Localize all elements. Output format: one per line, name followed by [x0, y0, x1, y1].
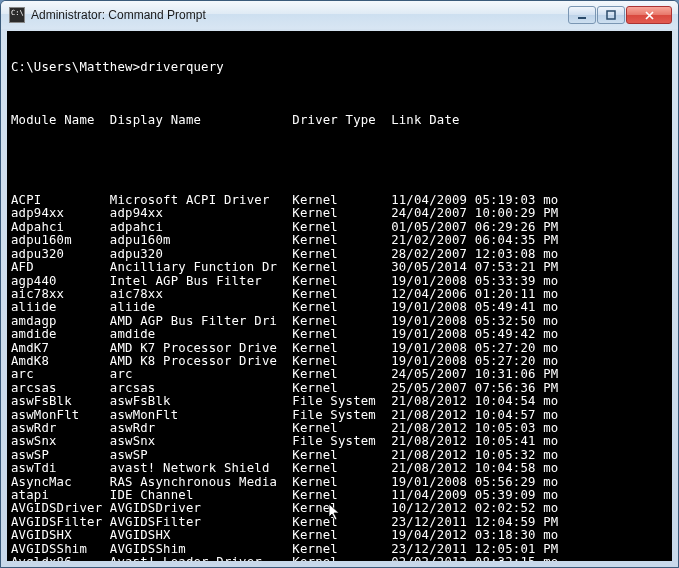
driver-row: aliide aliide Kernel 19/01/2008 05:49:41…: [11, 301, 668, 314]
driver-row: agp440 Intel AGP Bus Filter Kernel 19/01…: [11, 275, 668, 288]
driver-row: aswSP aswSP Kernel 21/08/2012 10:05:32 m…: [11, 449, 668, 462]
driver-row: aswRdr aswRdr Kernel 21/08/2012 10:05:03…: [11, 422, 668, 435]
maximize-button[interactable]: [597, 6, 625, 24]
driver-row: AVGIDSHX AVGIDSHX Kernel 19/04/2012 03:1…: [11, 529, 668, 542]
window-title: Administrator: Command Prompt: [31, 8, 568, 22]
cmd-icon: [9, 7, 25, 23]
driver-row: atapi IDE Channel Kernel 11/04/2009 05:3…: [11, 489, 668, 502]
driver-row: aswFsBlk aswFsBlk File System 21/08/2012…: [11, 395, 668, 408]
driver-row: AVGIDSDriver AVGIDSDriver Kernel 10/12/2…: [11, 502, 668, 515]
driver-row: adpu320 adpu320 Kernel 28/02/2007 12:03:…: [11, 248, 668, 261]
driver-row: aic78xx aic78xx Kernel 12/04/2006 01:20:…: [11, 288, 668, 301]
driver-row: AVGIDSFilter AVGIDSFilter Kernel 23/12/2…: [11, 516, 668, 529]
driver-row: aswMonFlt aswMonFlt File System 21/08/20…: [11, 409, 668, 422]
svg-rect-1: [607, 11, 615, 19]
svg-rect-0: [578, 17, 586, 19]
close-icon: [644, 10, 655, 21]
driver-row: aswSnx aswSnx File System 21/08/2012 10:…: [11, 435, 668, 448]
driver-row: AsyncMac RAS Asynchronous Media Kernel 1…: [11, 476, 668, 489]
driver-row: adp94xx adp94xx Kernel 24/04/2007 10:00:…: [11, 207, 668, 220]
driver-row: AmdK8 AMD K8 Processor Drive Kernel 19/0…: [11, 355, 668, 368]
driver-row: amdide amdide Kernel 19/01/2008 05:49:42…: [11, 328, 668, 341]
window-buttons: [568, 6, 672, 24]
command-prompt-window: Administrator: Command Prompt C:\Users\M…: [0, 0, 679, 568]
console-output[interactable]: C:\Users\Matthew>driverquery Module Name…: [7, 31, 672, 561]
prompt-line: C:\Users\Matthew>driverquery: [11, 61, 668, 74]
close-button[interactable]: [626, 6, 672, 24]
header-row: Module Name Display Name Driver Type Lin…: [11, 114, 668, 127]
driver-row: amdagp AMD AGP Bus Filter Dri Kernel 19/…: [11, 315, 668, 328]
minimize-button[interactable]: [568, 6, 596, 24]
driver-row: AVGIDSShim AVGIDSShim Kernel 23/12/2011 …: [11, 543, 668, 556]
driver-row: ACPI Microsoft ACPI Driver Kernel 11/04/…: [11, 194, 668, 207]
driver-row: adpu160m adpu160m Kernel 21/02/2007 06:0…: [11, 234, 668, 247]
driver-row: aswTdi avast! Network Shield Kernel 21/0…: [11, 462, 668, 475]
driver-row: Adpahci adpahci Kernel 01/05/2007 06:29:…: [11, 221, 668, 234]
driver-row: arcsas arcsas Kernel 25/05/2007 07:56:36…: [11, 382, 668, 395]
maximize-icon: [606, 10, 617, 21]
driver-row: arc arc Kernel 24/05/2007 10:31:06 PM: [11, 368, 668, 381]
driver-row: Avgldx86 Avast! Loader Driver Kernel 02/…: [11, 556, 668, 561]
driver-row: AFD Ancilliary Function Dr Kernel 30/05/…: [11, 261, 668, 274]
titlebar[interactable]: Administrator: Command Prompt: [1, 1, 678, 29]
driver-row: AmdK7 AMD K7 Processor Drive Kernel 19/0…: [11, 342, 668, 355]
minimize-icon: [577, 10, 588, 21]
